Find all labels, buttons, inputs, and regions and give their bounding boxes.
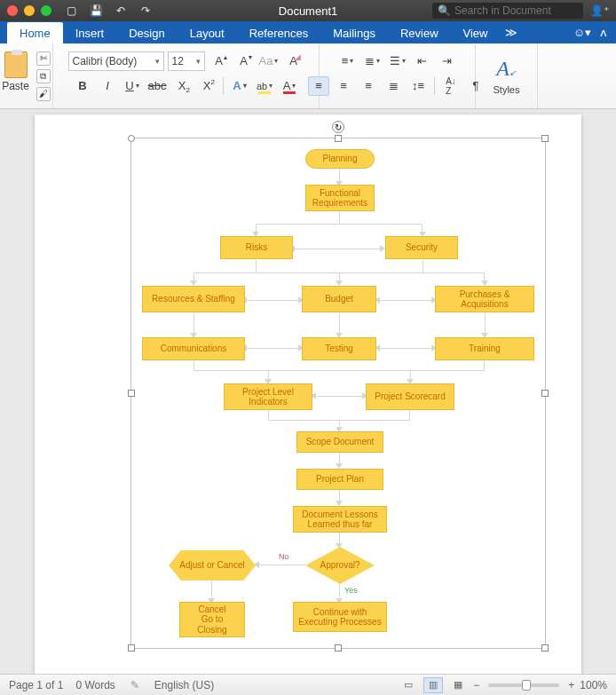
document-area[interactable]: ↻ [0,109,616,674]
page-indicator[interactable]: Page 1 of 1 [9,679,63,691]
highlight-button[interactable]: ab▾ [254,76,275,96]
separator [223,77,224,95]
zoom-level[interactable]: 100% [580,679,607,691]
numbering-button[interactable]: ≣▾ [362,51,383,71]
text-effects-button[interactable]: A▾ [229,76,250,96]
align-right-button[interactable]: ≡ [358,76,379,96]
collapse-ribbon-icon[interactable]: ʌ [600,26,607,39]
ribbon-right: ☺▾ ʌ [573,26,616,39]
tab-home[interactable]: Home [7,22,63,43]
resize-handle-bl[interactable] [128,644,135,652]
paragraph-group: ≡▾ ≣▾ ☰▾ ⇤ ⇥ ≡ ≡ ≡ ≣ ↕≡ A↓Z ¶ [320,43,476,108]
font-color-button[interactable]: A▾ [279,76,300,96]
grow-font-button[interactable]: A▴ [209,51,230,71]
connector [193,313,194,335]
tab-references[interactable]: References [237,22,320,43]
tab-insert[interactable]: Insert [63,22,117,43]
tab-view[interactable]: View [451,22,501,43]
connector [193,360,485,371]
tab-design[interactable]: Design [116,22,177,43]
resize-handle-ml[interactable] [128,390,135,397]
clipboard-group: Paste ✄ ⧉ 🖌 [0,43,53,108]
ribbon: Paste ✄ ⧉ 🖌 Calibri (Body)▾ 12▾ A▴ A▾ Aa… [0,43,616,109]
language-indicator[interactable]: English (US) [154,679,214,691]
change-case-button[interactable]: Aa▾ [258,51,280,71]
resize-handle-bm[interactable] [335,644,342,652]
cut-icon[interactable]: ✄ [36,51,51,66]
font-name-select[interactable]: Calibri (Body)▾ [68,51,164,71]
flow-risks: Risks [220,236,293,259]
undo-icon[interactable]: ↶ [114,4,128,18]
multilevel-button[interactable]: ☰▾ [387,51,408,71]
flow-training: Training [435,337,534,360]
strikethrough-button[interactable]: abc [146,76,168,96]
connector [211,580,212,600]
format-painter-icon[interactable]: 🖌 [36,87,51,101]
shrink-font-button[interactable]: A▾ [233,51,255,71]
align-center-button[interactable]: ≡ [333,76,354,96]
rotate-handle[interactable]: ↻ [332,121,344,133]
decision-yes-label: Yes [344,586,358,595]
connector [245,348,300,349]
styles-label: Styles [494,84,520,95]
connector [339,272,340,283]
zoom-slider[interactable] [488,683,559,687]
resize-handle-mr[interactable] [541,390,549,397]
window-controls [7,5,51,16]
font-size-select[interactable]: 12▾ [168,51,205,71]
resize-handle-tm[interactable] [335,135,342,142]
close-window-button[interactable] [7,5,18,16]
resize-handle-tr[interactable] [541,135,549,142]
decrease-indent-button[interactable]: ⇤ [412,51,433,71]
redo-icon[interactable]: ↷ [138,4,153,18]
autosave-icon[interactable]: ▢ [64,4,78,18]
clear-formatting-button[interactable]: A◢ [283,51,304,71]
object-selection-frame[interactable]: ↻ [130,138,546,649]
styles-icon: A↙ [496,57,517,81]
superscript-button[interactable]: X2 [196,76,217,96]
search-box[interactable]: 🔍 [432,3,583,19]
quick-access-toolbar: ▢ 💾 ↶ ↷ [64,4,153,18]
feedback-icon[interactable]: ☺▾ [573,26,591,39]
bullets-button[interactable]: ≡▾ [337,51,359,71]
flow-adjust: Adjust or Cancel [169,550,256,580]
tab-layout[interactable]: Layout [178,22,237,43]
zoom-window-button[interactable] [41,5,51,16]
tab-mailings[interactable]: Mailings [320,22,388,43]
share-button[interactable]: 👤⁺ [590,4,609,17]
print-layout-button[interactable]: ▥ [423,677,443,693]
search-input[interactable] [454,4,578,17]
line-spacing-button[interactable]: ↕≡ [407,76,429,96]
sort-button[interactable]: A↓Z [440,76,462,96]
focus-view-button[interactable]: ▭ [399,677,418,693]
spellcheck-icon[interactable]: ✎ [128,678,142,692]
flow-approval: Approval? [305,547,375,584]
page[interactable]: ↻ [35,115,581,674]
zoom-slider-thumb[interactable] [522,680,531,691]
connector [314,396,364,397]
paste-button[interactable]: Paste [2,51,29,101]
bold-button[interactable]: B [72,76,93,96]
resize-handle-br[interactable] [541,644,549,652]
web-layout-button[interactable]: ▦ [448,677,468,693]
resize-handle-tl[interactable] [128,135,135,142]
word-count[interactable]: 0 Words [75,679,115,691]
save-icon[interactable]: 💾 [89,4,103,18]
copy-icon[interactable]: ⧉ [36,69,51,83]
justify-button[interactable]: ≣ [383,76,404,96]
flow-indicators: Project Level Indicators [224,383,312,410]
zoom-in-button[interactable]: + [568,679,574,691]
caret-icon: ▾ [196,57,201,66]
align-left-button[interactable]: ≡ [308,76,329,96]
tab-more[interactable]: ≫ [500,21,523,43]
minimize-window-button[interactable] [24,5,35,16]
zoom-out-button[interactable]: − [473,679,479,691]
show-marks-button[interactable]: ¶ [465,76,486,96]
flow-lessons: Document Lessons Learned thus far [293,506,387,533]
tab-review[interactable]: Review [388,22,451,43]
increase-indent-button[interactable]: ⇥ [437,51,458,71]
subscript-button[interactable]: X2 [171,76,193,96]
underline-button[interactable]: U▾ [122,76,143,96]
italic-button[interactable]: I [97,76,118,96]
separator [434,77,435,95]
